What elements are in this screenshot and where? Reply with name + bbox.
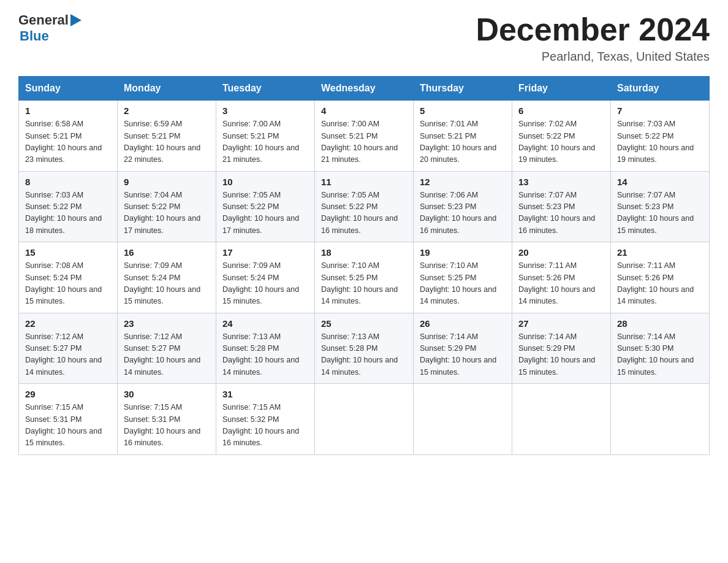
day-info: Sunrise: 7:10 AMSunset: 5:25 PMDaylight:… — [420, 261, 496, 305]
day-info: Sunrise: 7:14 AMSunset: 5:30 PMDaylight:… — [617, 332, 694, 377]
day-number: 26 — [420, 318, 506, 329]
svg-marker-0 — [70, 14, 82, 26]
header-wednesday: Wednesday — [315, 77, 414, 101]
month-title: December 2024 — [476, 12, 710, 47]
day-info: Sunrise: 7:05 AMSunset: 5:22 PMDaylight:… — [321, 191, 398, 235]
logo-arrow-icon — [70, 14, 82, 26]
day-number: 6 — [518, 105, 604, 116]
logo-general: General — [18, 12, 69, 28]
calendar-cell: 27 Sunrise: 7:14 AMSunset: 5:29 PMDaylig… — [512, 313, 611, 384]
page-header: General Blue December 2024 Pearland, Tex… — [18, 12, 710, 64]
header-saturday: Saturday — [611, 77, 710, 101]
day-number: 15 — [25, 247, 111, 258]
calendar-cell: 25 Sunrise: 7:13 AMSunset: 5:28 PMDaylig… — [315, 313, 414, 384]
header-monday: Monday — [118, 77, 216, 101]
day-number: 29 — [25, 389, 111, 399]
day-info: Sunrise: 7:15 AMSunset: 5:31 PMDaylight:… — [25, 403, 102, 447]
calendar-cell: 10 Sunrise: 7:05 AMSunset: 5:22 PMDaylig… — [216, 171, 315, 242]
day-number: 5 — [420, 105, 506, 116]
calendar-cell: 26 Sunrise: 7:14 AMSunset: 5:29 PMDaylig… — [414, 313, 512, 384]
calendar-cell: 18 Sunrise: 7:10 AMSunset: 5:25 PMDaylig… — [315, 242, 414, 313]
calendar-cell: 20 Sunrise: 7:11 AMSunset: 5:26 PMDaylig… — [512, 242, 611, 313]
day-number: 18 — [321, 247, 407, 258]
logo: General Blue — [18, 12, 82, 44]
day-number: 2 — [124, 105, 210, 116]
day-number: 8 — [25, 177, 111, 187]
calendar-cell — [512, 384, 611, 455]
calendar-cell: 12 Sunrise: 7:06 AMSunset: 5:23 PMDaylig… — [414, 171, 512, 242]
day-number: 12 — [420, 177, 506, 187]
day-info: Sunrise: 7:06 AMSunset: 5:23 PMDaylight:… — [420, 191, 496, 235]
day-number: 28 — [617, 318, 703, 329]
calendar-cell: 11 Sunrise: 7:05 AMSunset: 5:22 PMDaylig… — [315, 171, 414, 242]
day-info: Sunrise: 6:58 AMSunset: 5:21 PMDaylight:… — [25, 120, 102, 164]
day-info: Sunrise: 7:11 AMSunset: 5:26 PMDaylight:… — [518, 261, 595, 305]
calendar-cell: 24 Sunrise: 7:13 AMSunset: 5:28 PMDaylig… — [216, 313, 315, 384]
day-number: 24 — [222, 318, 308, 329]
day-info: Sunrise: 7:08 AMSunset: 5:24 PMDaylight:… — [25, 261, 102, 305]
calendar-cell — [414, 384, 512, 455]
day-info: Sunrise: 7:15 AMSunset: 5:32 PMDaylight:… — [222, 403, 299, 447]
day-number: 27 — [518, 318, 604, 329]
calendar-week-row: 29 Sunrise: 7:15 AMSunset: 5:31 PMDaylig… — [19, 384, 710, 455]
calendar-cell: 1 Sunrise: 6:58 AMSunset: 5:21 PMDayligh… — [19, 101, 118, 172]
day-info: Sunrise: 7:05 AMSunset: 5:22 PMDaylight:… — [222, 191, 299, 235]
day-number: 25 — [321, 318, 407, 329]
day-info: Sunrise: 7:01 AMSunset: 5:21 PMDaylight:… — [420, 120, 496, 164]
day-number: 7 — [617, 105, 703, 116]
calendar-week-row: 8 Sunrise: 7:03 AMSunset: 5:22 PMDayligh… — [19, 171, 710, 242]
calendar-week-row: 1 Sunrise: 6:58 AMSunset: 5:21 PMDayligh… — [19, 101, 710, 172]
day-number: 20 — [518, 247, 604, 258]
day-number: 17 — [222, 247, 308, 258]
calendar-week-row: 22 Sunrise: 7:12 AMSunset: 5:27 PMDaylig… — [19, 313, 710, 384]
day-info: Sunrise: 7:00 AMSunset: 5:21 PMDaylight:… — [222, 120, 299, 164]
day-info: Sunrise: 7:02 AMSunset: 5:22 PMDaylight:… — [518, 120, 595, 164]
day-info: Sunrise: 7:00 AMSunset: 5:21 PMDaylight:… — [321, 120, 398, 164]
day-info: Sunrise: 7:11 AMSunset: 5:26 PMDaylight:… — [617, 261, 694, 305]
day-number: 22 — [25, 318, 111, 329]
day-number: 14 — [617, 177, 703, 187]
header-friday: Friday — [512, 77, 611, 101]
day-info: Sunrise: 7:13 AMSunset: 5:28 PMDaylight:… — [222, 332, 299, 377]
calendar-table: Sunday Monday Tuesday Wednesday Thursday… — [18, 76, 710, 455]
calendar-cell: 3 Sunrise: 7:00 AMSunset: 5:21 PMDayligh… — [216, 101, 315, 172]
calendar-header-row: Sunday Monday Tuesday Wednesday Thursday… — [19, 77, 710, 101]
calendar-cell: 8 Sunrise: 7:03 AMSunset: 5:22 PMDayligh… — [19, 171, 118, 242]
day-info: Sunrise: 7:12 AMSunset: 5:27 PMDaylight:… — [25, 332, 102, 377]
day-number: 1 — [25, 105, 111, 116]
day-info: Sunrise: 7:13 AMSunset: 5:28 PMDaylight:… — [321, 332, 398, 377]
calendar-cell: 29 Sunrise: 7:15 AMSunset: 5:31 PMDaylig… — [19, 384, 118, 455]
header-thursday: Thursday — [414, 77, 512, 101]
day-number: 10 — [222, 177, 308, 187]
day-info: Sunrise: 7:07 AMSunset: 5:23 PMDaylight:… — [617, 191, 694, 235]
day-info: Sunrise: 7:14 AMSunset: 5:29 PMDaylight:… — [420, 332, 496, 377]
calendar-cell: 30 Sunrise: 7:15 AMSunset: 5:31 PMDaylig… — [118, 384, 216, 455]
calendar-cell: 22 Sunrise: 7:12 AMSunset: 5:27 PMDaylig… — [19, 313, 118, 384]
day-info: Sunrise: 7:09 AMSunset: 5:24 PMDaylight:… — [124, 261, 200, 305]
calendar-cell: 14 Sunrise: 7:07 AMSunset: 5:23 PMDaylig… — [611, 171, 710, 242]
calendar-cell: 6 Sunrise: 7:02 AMSunset: 5:22 PMDayligh… — [512, 101, 611, 172]
day-info: Sunrise: 7:12 AMSunset: 5:27 PMDaylight:… — [124, 332, 200, 377]
calendar-cell: 15 Sunrise: 7:08 AMSunset: 5:24 PMDaylig… — [19, 242, 118, 313]
calendar-cell — [315, 384, 414, 455]
day-number: 9 — [124, 177, 210, 187]
calendar-cell: 16 Sunrise: 7:09 AMSunset: 5:24 PMDaylig… — [118, 242, 216, 313]
day-number: 21 — [617, 247, 703, 258]
calendar-cell — [611, 384, 710, 455]
calendar-cell: 5 Sunrise: 7:01 AMSunset: 5:21 PMDayligh… — [414, 101, 512, 172]
day-number: 19 — [420, 247, 506, 258]
day-number: 31 — [222, 389, 308, 399]
title-block: December 2024 Pearland, Texas, United St… — [476, 12, 710, 64]
calendar-cell: 13 Sunrise: 7:07 AMSunset: 5:23 PMDaylig… — [512, 171, 611, 242]
day-number: 4 — [321, 105, 407, 116]
location-title: Pearland, Texas, United States — [476, 50, 710, 64]
day-info: Sunrise: 7:03 AMSunset: 5:22 PMDaylight:… — [617, 120, 694, 164]
calendar-cell: 17 Sunrise: 7:09 AMSunset: 5:24 PMDaylig… — [216, 242, 315, 313]
day-number: 16 — [124, 247, 210, 258]
day-info: Sunrise: 7:03 AMSunset: 5:22 PMDaylight:… — [25, 191, 102, 235]
calendar-cell: 23 Sunrise: 7:12 AMSunset: 5:27 PMDaylig… — [118, 313, 216, 384]
calendar-cell: 9 Sunrise: 7:04 AMSunset: 5:22 PMDayligh… — [118, 171, 216, 242]
calendar-cell: 2 Sunrise: 6:59 AMSunset: 5:21 PMDayligh… — [118, 101, 216, 172]
day-number: 13 — [518, 177, 604, 187]
day-info: Sunrise: 7:15 AMSunset: 5:31 PMDaylight:… — [124, 403, 200, 447]
